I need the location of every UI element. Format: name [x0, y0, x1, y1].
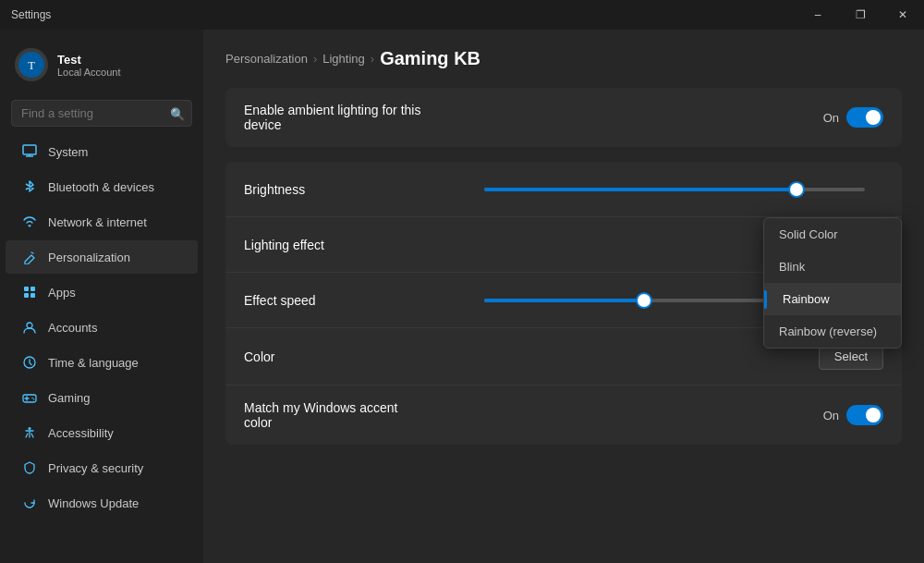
ambient-row: Enable ambient lighting for this device … — [225, 88, 902, 147]
svg-point-15 — [33, 398, 35, 400]
svg-rect-7 — [24, 293, 29, 298]
sidebar-label-accessibility: Accessibility — [48, 426, 183, 440]
sidebar-item-bluetooth[interactable]: Bluetooth & devices — [6, 170, 198, 203]
lighting-effect-label: Lighting effect — [244, 238, 429, 252]
titlebar-controls: – ❐ ✕ — [796, 0, 924, 30]
color-label: Color — [244, 349, 429, 364]
dropdown-item-rainbow-reverse[interactable]: Rainbow (reverse) — [764, 315, 901, 348]
brightness-row: Brightness — [225, 162, 902, 217]
match-accent-status: On — [823, 409, 839, 422]
lighting-effect-row: Lighting effect Solid Color Blink Rainbo… — [225, 217, 902, 273]
sidebar-label-time: Time & language — [48, 356, 183, 370]
breadcrumb: Personalization › Lighting › Gaming KB — [225, 48, 902, 69]
dropdown-item-rainbow[interactable]: Rainbow — [764, 283, 901, 315]
titlebar-title: Settings — [11, 8, 51, 21]
svg-rect-8 — [30, 293, 35, 298]
match-accent-control: On — [429, 405, 883, 425]
effect-speed-fill — [484, 299, 644, 302]
privacy-icon — [20, 459, 39, 477]
match-accent-toggle[interactable] — [846, 405, 883, 425]
dropdown-item-solid-color[interactable]: Solid Color — [764, 218, 901, 251]
network-icon — [20, 213, 39, 231]
rainbow-reverse-label: Rainbow (reverse) — [779, 324, 877, 338]
match-accent-row: Match my Windows accent color On — [225, 386, 902, 445]
maximize-button[interactable]: ❐ — [839, 0, 881, 30]
accessibility-icon — [20, 423, 39, 442]
minimize-button[interactable]: – — [796, 0, 839, 30]
effect-speed-thumb[interactable] — [638, 294, 650, 307]
sidebar-label-privacy: Privacy & security — [48, 461, 183, 475]
svg-point-9 — [27, 323, 32, 328]
user-info: Test Local Account — [57, 53, 121, 78]
search-box: 🔍 — [11, 100, 192, 127]
svg-point-14 — [31, 398, 33, 399]
sidebar-item-gaming[interactable]: Gaming — [6, 381, 198, 414]
update-icon — [20, 494, 39, 512]
sidebar-item-accessibility[interactable]: Accessibility — [6, 416, 198, 449]
dropdown-item-blink[interactable]: Blink — [764, 251, 901, 283]
rainbow-label: Rainbow — [783, 292, 830, 306]
breadcrumb-current: Gaming KB — [380, 48, 480, 69]
lighting-effect-dropdown: Solid Color Blink Rainbow Rainbow (rever… — [763, 217, 902, 349]
brightness-slider-container — [429, 188, 883, 191]
ambient-status: On — [823, 111, 839, 125]
time-icon — [20, 353, 39, 372]
ambient-toggle[interactable] — [846, 107, 883, 128]
svg-text:T: T — [28, 59, 35, 72]
sidebar-label-update: Windows Update — [48, 496, 183, 510]
sidebar-item-accounts[interactable]: Accounts — [6, 311, 198, 344]
bluetooth-icon — [20, 177, 39, 196]
personalization-icon — [20, 248, 39, 266]
svg-rect-2 — [23, 145, 36, 154]
ambient-control: On — [429, 107, 883, 128]
sidebar-item-time[interactable]: Time & language — [6, 346, 198, 379]
brightness-slider[interactable] — [484, 188, 865, 191]
svg-rect-5 — [24, 287, 29, 291]
brightness-label: Brightness — [244, 182, 429, 197]
search-input[interactable] — [11, 100, 192, 127]
blink-label: Blink — [779, 260, 805, 274]
selected-indicator — [764, 290, 767, 309]
breadcrumb-personalization[interactable]: Personalization — [225, 52, 308, 66]
svg-rect-6 — [30, 287, 35, 291]
user-name: Test — [57, 53, 121, 67]
sidebar-label-gaming: Gaming — [48, 391, 183, 405]
effect-speed-label: Effect speed — [244, 293, 429, 308]
user-role: Local Account — [57, 67, 121, 78]
solid-color-label: Solid Color — [779, 227, 838, 241]
sidebar-item-network[interactable]: Network & internet — [6, 205, 198, 239]
sidebar: T Test Local Account 🔍 System Bluetooth — [0, 30, 203, 563]
user-section: T Test Local Account — [0, 37, 203, 92]
system-icon — [20, 142, 39, 161]
breadcrumb-lighting[interactable]: Lighting — [322, 52, 365, 66]
avatar: T — [15, 48, 48, 81]
sidebar-item-system[interactable]: System — [6, 135, 198, 168]
ambient-label: Enable ambient lighting for this device — [244, 103, 429, 132]
gaming-icon — [20, 388, 39, 407]
titlebar: Settings – ❐ ✕ — [0, 0, 924, 30]
breadcrumb-sep-1: › — [313, 52, 317, 66]
sidebar-item-privacy[interactable]: Privacy & security — [6, 451, 198, 484]
accounts-icon — [20, 318, 39, 337]
sidebar-label-system: System — [48, 145, 183, 159]
sidebar-label-personalization: Personalization — [48, 251, 183, 264]
apps-icon — [20, 283, 39, 301]
brightness-thumb[interactable] — [790, 183, 803, 196]
close-button[interactable]: ✕ — [881, 0, 924, 30]
sidebar-item-apps[interactable]: Apps — [6, 275, 198, 309]
sidebar-label-bluetooth: Bluetooth & devices — [48, 180, 183, 194]
sidebar-label-network: Network & internet — [48, 215, 183, 229]
svg-point-16 — [29, 427, 31, 430]
match-accent-label: Match my Windows accent color — [244, 400, 429, 430]
search-icon: 🔍 — [170, 106, 185, 120]
settings-card: Brightness Lighting effect Solid Color — [225, 162, 902, 445]
sidebar-label-apps: Apps — [48, 286, 183, 300]
brightness-fill — [484, 188, 796, 191]
sidebar-label-accounts: Accounts — [48, 321, 183, 335]
app-layout: T Test Local Account 🔍 System Bluetooth — [0, 30, 924, 563]
ambient-section: Enable ambient lighting for this device … — [225, 88, 902, 147]
main-content: Personalization › Lighting › Gaming KB E… — [203, 30, 924, 563]
sidebar-item-personalization[interactable]: Personalization — [6, 240, 198, 274]
breadcrumb-sep-2: › — [371, 52, 374, 66]
sidebar-item-update[interactable]: Windows Update — [6, 486, 198, 520]
